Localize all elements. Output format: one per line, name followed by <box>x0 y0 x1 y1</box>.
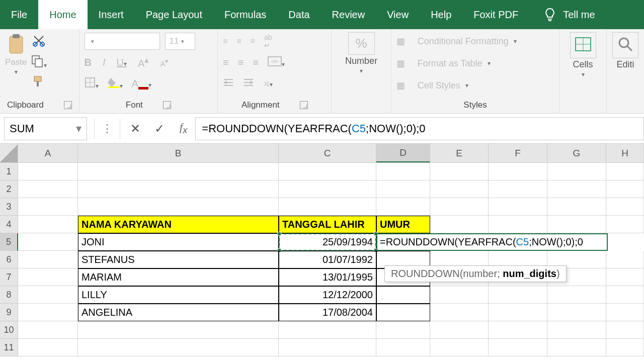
cell[interactable] <box>606 163 644 180</box>
row-11[interactable]: 11 <box>0 339 18 356</box>
cell[interactable] <box>18 180 78 198</box>
cells-dropdown[interactable]: Cells <box>573 59 593 70</box>
cell[interactable] <box>489 163 547 180</box>
font-color-icon[interactable]: A▾ <box>132 78 151 89</box>
formula-input[interactable]: =ROUNDDOWN(YEARFRAC(C5;NOW();0);0 <box>195 117 644 140</box>
cell-B6[interactable]: STEFANUS <box>78 251 279 268</box>
cell[interactable] <box>430 180 489 198</box>
cell[interactable] <box>18 216 78 233</box>
align-center-icon[interactable]: ≡ <box>238 57 244 68</box>
cell[interactable] <box>18 286 78 304</box>
align-left-icon[interactable]: ≡ <box>223 57 229 68</box>
cell[interactable] <box>547 180 606 198</box>
enter-formula-icon[interactable]: ✓ <box>147 122 172 136</box>
cell[interactable] <box>78 339 279 356</box>
underline-button[interactable]: U▾ <box>117 57 127 68</box>
increase-indent-icon[interactable] <box>243 77 254 89</box>
cell[interactable] <box>547 286 606 304</box>
cell[interactable] <box>78 180 279 198</box>
cell[interactable] <box>18 198 78 216</box>
cell-styles-icon[interactable]: ▦ <box>396 80 405 91</box>
cell[interactable] <box>279 163 376 180</box>
cell-styles-button[interactable]: Cell Styles <box>418 80 460 91</box>
select-all-button[interactable] <box>0 144 18 162</box>
percent-icon[interactable]: % <box>348 32 375 55</box>
align-middle-icon[interactable]: ≡ <box>236 37 241 46</box>
cell[interactable] <box>18 268 78 286</box>
italic-button[interactable]: I <box>103 57 106 68</box>
cell[interactable] <box>78 198 279 216</box>
tab-insert[interactable]: Insert <box>88 0 135 29</box>
cell[interactable] <box>489 321 547 339</box>
cell[interactable] <box>430 198 489 216</box>
cell[interactable] <box>606 321 644 339</box>
cell-B9[interactable]: ANGELINA <box>78 304 279 321</box>
bold-button[interactable]: B <box>85 57 92 68</box>
cell[interactable] <box>430 163 489 180</box>
row-3[interactable]: 3 <box>0 198 18 216</box>
cell[interactable] <box>489 198 547 216</box>
cell-C8[interactable]: 12/12/2000 <box>279 286 376 304</box>
cell[interactable] <box>489 339 547 356</box>
cell[interactable] <box>606 198 644 216</box>
header-age[interactable]: UMUR <box>376 216 430 233</box>
cell[interactable] <box>430 339 489 356</box>
increase-font-icon[interactable]: A▴ <box>138 55 149 69</box>
cell[interactable] <box>376 321 430 339</box>
header-date[interactable]: TANGGAL LAHIR <box>279 216 376 233</box>
wrap-text-icon[interactable]: ab↵ <box>264 33 272 49</box>
row-1[interactable]: 1 <box>0 163 18 180</box>
cell[interactable] <box>376 180 430 198</box>
cell[interactable] <box>376 163 430 180</box>
cell[interactable] <box>78 321 279 339</box>
cell[interactable] <box>18 251 78 268</box>
tab-home[interactable]: Home <box>38 0 87 29</box>
paste-button[interactable]: Paste ▾ <box>5 32 27 98</box>
row-5[interactable]: 5 <box>0 233 18 251</box>
copy-icon[interactable]: ▾ <box>31 54 47 69</box>
col-A[interactable]: A <box>18 144 78 162</box>
font-name-combo[interactable] <box>85 33 160 50</box>
cell[interactable] <box>430 321 489 339</box>
col-B[interactable]: B <box>78 144 279 162</box>
cell[interactable] <box>376 339 430 356</box>
tab-file[interactable]: File <box>0 0 38 29</box>
cell[interactable] <box>489 216 547 233</box>
col-D[interactable]: D <box>376 144 430 162</box>
conditional-formatting-icon[interactable]: ▦ <box>396 36 405 47</box>
cell[interactable] <box>18 304 78 321</box>
cell[interactable] <box>547 321 606 339</box>
row-6[interactable]: 6 <box>0 251 18 268</box>
cell[interactable] <box>606 268 644 286</box>
number-format-dropdown[interactable]: Number <box>345 56 377 66</box>
cell-C9[interactable]: 17/08/2004 <box>279 304 376 321</box>
row-4[interactable]: 4 <box>0 216 18 233</box>
cell[interactable] <box>606 216 644 233</box>
align-right-icon[interactable]: ≡ <box>253 57 259 68</box>
cell[interactable] <box>279 321 376 339</box>
cut-icon[interactable] <box>32 34 45 49</box>
row-2[interactable]: 2 <box>0 180 18 198</box>
cell[interactable] <box>489 304 547 321</box>
row-9[interactable]: 9 <box>0 304 18 321</box>
cancel-formula-icon[interactable]: ✕ <box>123 122 147 136</box>
cell[interactable] <box>430 216 489 233</box>
find-icon[interactable] <box>612 32 638 58</box>
cell[interactable] <box>78 163 279 180</box>
align-top-icon[interactable]: ≡ <box>223 37 227 46</box>
tab-formulas[interactable]: Formulas <box>213 0 277 29</box>
row-8[interactable]: 8 <box>0 286 18 304</box>
conditional-formatting-button[interactable]: Conditional Formatting <box>418 36 509 47</box>
cell[interactable] <box>606 286 644 304</box>
cell[interactable] <box>489 286 547 304</box>
cells-icon[interactable] <box>570 32 596 58</box>
col-F[interactable]: F <box>489 144 547 162</box>
cell-C5[interactable]: 25/09/1994 <box>279 233 376 251</box>
cell[interactable] <box>279 339 376 356</box>
row-10[interactable]: 10 <box>0 321 18 339</box>
align-bottom-icon[interactable]: ≡ <box>251 37 255 46</box>
cell[interactable] <box>279 198 376 216</box>
tab-view[interactable]: View <box>376 0 420 29</box>
cell[interactable] <box>376 198 430 216</box>
format-as-table-icon[interactable]: ▦ <box>396 58 405 69</box>
